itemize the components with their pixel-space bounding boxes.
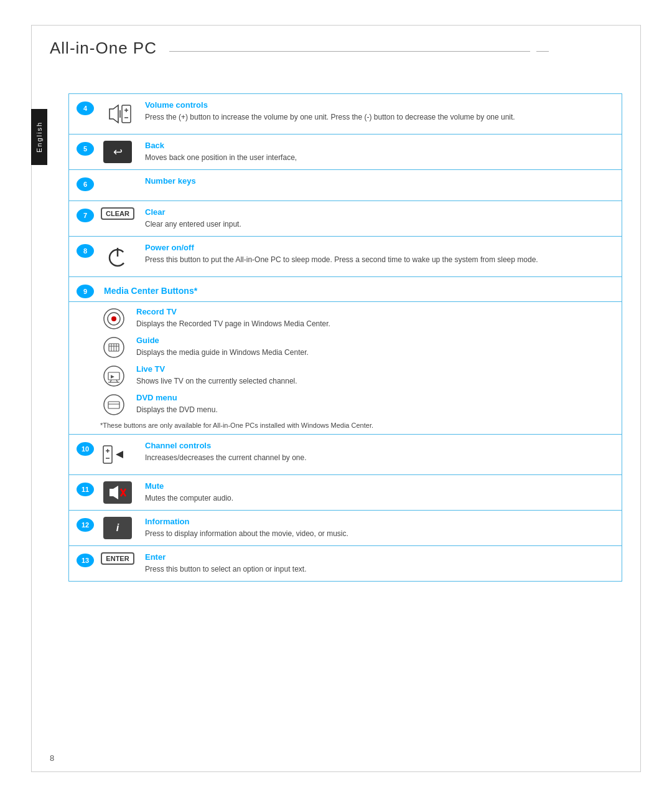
clear-content: Clear Clear any entered user input. — [145, 207, 614, 230]
clear-desc: Clear any entered user input. — [145, 219, 614, 230]
svg-text:▶: ▶ — [111, 374, 114, 379]
svg-rect-18 — [108, 372, 119, 380]
enter-content: Enter Press this button to select an opt… — [145, 552, 614, 575]
information-content: Information Press to display information… — [145, 517, 614, 539]
mute-icon — [99, 481, 136, 504]
row-num-5: 5 — [77, 142, 94, 156]
dvd-icon — [100, 393, 128, 417]
media-sub-livetv: ▶ Live TV Shows live TV on the currently… — [100, 364, 614, 388]
media-content: Record TV Displays the Recorded TV page … — [69, 302, 622, 435]
row-num-13: 13 — [77, 554, 94, 567]
media-title: Media Center Buttons* — [104, 286, 197, 296]
page-number: 8 — [50, 753, 54, 763]
row-information: 12 i Information Press to display inform… — [69, 511, 622, 546]
channel-title: Channel controls — [145, 441, 614, 450]
svg-marker-30 — [116, 451, 123, 458]
row-num-6: 6 — [77, 177, 94, 191]
title-dash — [536, 51, 549, 52]
livetv-icon: ▶ — [100, 364, 128, 388]
info-button-icon: i — [103, 517, 132, 539]
guide-desc: Displays the media guide in Windows Medi… — [136, 347, 614, 358]
guide-icon — [100, 336, 128, 359]
back-content: Back Moves back one position in the user… — [145, 141, 614, 163]
enter-button-icon: ENTER — [101, 552, 134, 565]
power-content: Power on/off Press this button to put th… — [145, 243, 614, 265]
page-border-top — [31, 25, 641, 26]
enter-desc: Press this button to select an option or… — [145, 564, 614, 575]
svg-point-23 — [104, 395, 124, 415]
row-mute: 11 Mute Mutes the computer audio. — [69, 475, 622, 511]
page-title: All-in-One PC — [50, 39, 157, 58]
row-num-11: 11 — [77, 483, 94, 496]
dvd-desc: Displays the DVD menu. — [136, 404, 614, 415]
channel-icon — [99, 441, 136, 468]
language-tab: English — [31, 109, 47, 165]
volume-title: Volume controls — [145, 100, 614, 110]
row-clear: 7 CLEAR Clear Clear any entered user inp… — [69, 201, 622, 237]
guide-title: Guide — [136, 336, 614, 345]
channel-desc: Increases/decreases the current channel … — [145, 452, 614, 463]
row-media: 9 Media Center Buttons* Record TV Displa… — [69, 277, 622, 435]
media-header: 9 Media Center Buttons* — [69, 277, 622, 302]
information-icon: i — [99, 517, 136, 539]
livetv-content: Live TV Shows live TV on the currently s… — [136, 364, 614, 387]
media-sub-guide: Guide Displays the media guide in Window… — [100, 336, 614, 359]
volume-icon — [99, 100, 136, 128]
row-num-12: 12 — [77, 518, 94, 532]
volume-content: Volume controls Press the (+) button to … — [145, 100, 614, 123]
numberkeys-content: Number keys — [145, 176, 614, 187]
row-back: 5 ↩ Back Moves back one position in the … — [69, 134, 622, 170]
back-button-icon: ↩ — [103, 141, 132, 163]
dvd-content: DVD menu Displays the DVD menu. — [136, 393, 614, 415]
media-sub-dvd: DVD menu Displays the DVD menu. — [100, 393, 614, 417]
power-title: Power on/off — [145, 243, 614, 252]
recordtv-title: Record TV — [136, 307, 614, 316]
media-sub-recordtv: Record TV Displays the Recorded TV page … — [100, 307, 614, 331]
clear-icon: CLEAR — [99, 207, 136, 220]
channel-content: Channel controls Increases/decreases the… — [145, 441, 614, 463]
svg-point-10 — [111, 316, 116, 321]
row-num-9: 9 — [77, 285, 94, 298]
row-num-10: 10 — [77, 442, 94, 456]
clear-button-icon: CLEAR — [101, 207, 134, 220]
power-icon — [99, 243, 136, 270]
clear-title: Clear — [145, 207, 614, 217]
numberkeys-title: Number keys — [145, 176, 614, 186]
svg-point-17 — [104, 366, 124, 386]
livetv-title: Live TV — [136, 364, 614, 374]
svg-rect-2 — [122, 105, 131, 123]
row-channel: 10 Channel controls Increases/decreases … — [69, 435, 622, 475]
svg-marker-0 — [110, 105, 118, 123]
volume-desc: Press the (+) button to increase the vol… — [145, 111, 614, 123]
svg-rect-24 — [108, 402, 119, 408]
row-num-7: 7 — [77, 209, 94, 222]
media-footnote: *These buttons are only available for Al… — [100, 422, 614, 429]
main-content-table: 4 Volume controls Press the (+) button t… — [68, 93, 622, 582]
mute-button-icon — [103, 481, 132, 504]
back-title: Back — [145, 141, 614, 150]
row-volume: 4 Volume controls Press the (+) button t… — [69, 94, 622, 134]
row-enter: 13 ENTER Enter Press this button to sele… — [69, 546, 622, 581]
svg-marker-31 — [110, 486, 118, 499]
back-desc: Moves back one position in the user inte… — [145, 152, 614, 163]
row-power: 8 Power on/off Press this button to put … — [69, 237, 622, 277]
mute-desc: Mutes the computer audio. — [145, 493, 614, 504]
livetv-desc: Shows live TV on the currently selected … — [136, 375, 614, 387]
information-title: Information — [145, 517, 614, 526]
title-area: All-in-One PC — [50, 39, 549, 58]
recordtv-desc: Displays the Recorded TV page in Windows… — [136, 318, 614, 329]
enter-title: Enter — [145, 552, 614, 562]
language-label: English — [35, 121, 43, 153]
page-border-right — [640, 25, 641, 772]
recordtv-content: Record TV Displays the Recorded TV page … — [136, 307, 614, 329]
page-border-bottom — [31, 771, 641, 772]
recordtv-icon — [100, 307, 128, 331]
guide-content: Guide Displays the media guide in Window… — [136, 336, 614, 358]
row-numberkeys: 6 Number keys — [69, 170, 622, 201]
enter-icon: ENTER — [99, 552, 136, 565]
row-num-8: 8 — [77, 244, 94, 258]
power-desc: Press this button to put the All-in-One … — [145, 254, 614, 265]
dvd-title: DVD menu — [136, 393, 614, 402]
information-desc: Press to display information about the m… — [145, 528, 614, 539]
mute-title: Mute — [145, 481, 614, 491]
